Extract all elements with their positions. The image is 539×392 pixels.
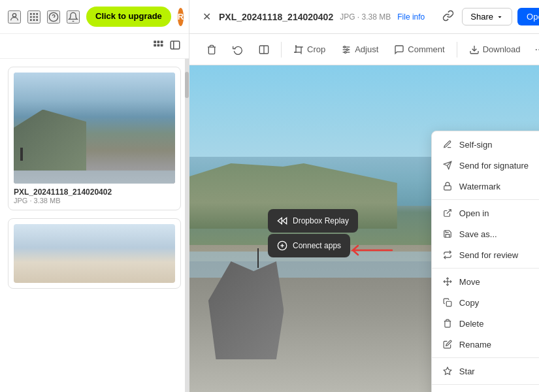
svg-marker-40 [283, 218, 287, 223]
svg-line-32 [447, 210, 451, 214]
open-in-icon [442, 208, 453, 218]
svg-marker-39 [278, 218, 282, 223]
menu-label-delete: Delete [459, 319, 484, 329]
sidebar-content: PXL_20241118_214020402 JPG · 3.38 MB [0, 59, 189, 297]
svg-rect-35 [446, 301, 451, 306]
thumbnail-card-1[interactable]: PXL_20241118_214020402 JPG · 3.38 MB [8, 67, 181, 210]
grid-view-button[interactable] [152, 39, 164, 53]
thumbnail-image-1 [14, 73, 175, 184]
svg-rect-6 [36, 16, 38, 18]
close-button[interactable]: ✕ [200, 8, 214, 25]
watermark-icon [442, 181, 453, 191]
menu-item-self-sign[interactable]: Self-sign [432, 134, 539, 155]
main-viewer: ✕ PXL_20241118_214020402 JPG · 3.38 MB F… [189, 0, 539, 392]
svg-rect-7 [30, 19, 32, 21]
sidebar-toolbar [0, 34, 189, 59]
viewer-header: ✕ PXL_20241118_214020402 JPG · 3.38 MB F… [189, 0, 539, 34]
open-button[interactable]: Open [517, 8, 539, 25]
dropdown-menu: Self-sign Send for signature Watermark O [431, 131, 539, 392]
toolbar-separator-2 [457, 42, 457, 57]
svg-point-26 [346, 48, 348, 50]
thumbnail-card-2[interactable] [8, 218, 181, 289]
menu-label-self-sign: Self-sign [459, 140, 493, 150]
menu-divider-4 [432, 384, 539, 385]
avatar[interactable]: R [178, 8, 184, 26]
menu-item-open-in[interactable]: Open in › 2 [432, 203, 539, 223]
menu-label-rename: Rename [459, 340, 491, 350]
menu-divider-1 [432, 199, 539, 200]
person-icon[interactable] [8, 10, 21, 24]
menu-item-delete[interactable]: Delete [432, 313, 539, 334]
list-view-button[interactable] [169, 39, 181, 53]
svg-rect-16 [157, 44, 160, 47]
file-title: PXL_20241118_214020402 [219, 12, 333, 22]
upgrade-button[interactable]: Click to upgrade [86, 7, 171, 26]
svg-point-0 [12, 13, 16, 16]
connect-apps-popup[interactable]: Connect apps [268, 234, 350, 257]
connect-label: Connect apps [293, 241, 341, 250]
menu-label-watermark: Watermark [459, 182, 500, 191]
compare-button[interactable] [252, 41, 276, 59]
svg-rect-12 [154, 41, 156, 43]
menu-label-move: Move [459, 277, 480, 287]
svg-rect-31 [444, 186, 451, 189]
sidebar-scrollbar[interactable] [185, 59, 189, 392]
dropbox-replay-popup[interactable]: Dropbox Replay [268, 209, 358, 233]
svg-point-25 [344, 46, 346, 48]
crop-button[interactable]: Crop [287, 41, 332, 59]
menu-item-send-signature[interactable]: Send for signature [432, 155, 539, 176]
menu-label-save-as: Save as... [459, 229, 497, 239]
copy-icon [442, 297, 453, 308]
share-button[interactable]: Share [462, 8, 512, 25]
rename-icon [442, 339, 453, 350]
menu-item-star[interactable]: Star [432, 361, 539, 382]
help-icon[interactable] [47, 10, 60, 24]
svg-rect-3 [36, 13, 38, 15]
menu-item-move[interactable]: Move [432, 271, 539, 292]
grid-icon[interactable] [27, 10, 41, 24]
thumbnail-image-2 [14, 224, 175, 283]
svg-marker-36 [444, 367, 451, 374]
save-as-icon [442, 229, 453, 239]
menu-divider-3 [432, 357, 539, 358]
menu-divider-2 [432, 268, 539, 269]
menu-item-save-as[interactable]: Save as... › [432, 223, 539, 244]
header-actions: Share Open [440, 7, 539, 26]
send-review-icon [442, 250, 453, 260]
menu-item-rename[interactable]: Rename [432, 334, 539, 355]
thumbnail-label-1: PXL_20241118_214020402 JPG · 3.38 MB [14, 188, 175, 204]
bell-icon[interactable] [67, 10, 80, 24]
more-button[interactable]: ··· [530, 40, 539, 59]
file-info-link[interactable]: File info [397, 12, 425, 22]
menu-item-watermark[interactable]: Watermark [432, 176, 539, 197]
menu-label-send-review: Send for review [459, 250, 518, 260]
trash-button[interactable] [200, 41, 223, 59]
menu-item-copy[interactable]: Copy [432, 292, 539, 313]
svg-rect-18 [171, 41, 180, 49]
menu-item-send-review[interactable]: Send for review 3 [432, 244, 539, 265]
menu-label-open-in: Open in [459, 208, 489, 218]
restore-button[interactable] [226, 41, 250, 59]
menu-label-star: Star [459, 367, 475, 376]
svg-rect-5 [33, 16, 35, 18]
sidebar: Click to upgrade R [0, 0, 189, 392]
comment-button[interactable]: Comment [387, 41, 451, 59]
svg-rect-14 [161, 41, 163, 43]
menu-label-send-signature: Send for signature [459, 161, 529, 171]
file-title-area: PXL_20241118_214020402 JPG · 3.38 MB Fil… [219, 12, 434, 22]
menu-item-version-history[interactable]: Version history [432, 387, 539, 392]
file-meta: JPG · 3.38 MB [340, 12, 391, 22]
thumbnail-name-1: PXL_20241118_214020402 [14, 188, 175, 197]
svg-rect-4 [30, 16, 32, 18]
self-sign-icon [442, 139, 453, 150]
svg-rect-1 [30, 13, 32, 15]
chain-link-icon[interactable] [440, 7, 457, 26]
star-icon [442, 366, 453, 376]
download-button[interactable]: Download [463, 41, 527, 59]
adjust-button[interactable]: Adjust [335, 41, 385, 59]
svg-rect-15 [154, 44, 156, 47]
sidebar-header: Click to upgrade R [0, 0, 189, 34]
svg-rect-17 [161, 44, 163, 47]
viewer-toolbar: Crop Adjust Comment Download ··· [189, 34, 539, 65]
replay-label: Dropbox Replay [293, 216, 349, 225]
